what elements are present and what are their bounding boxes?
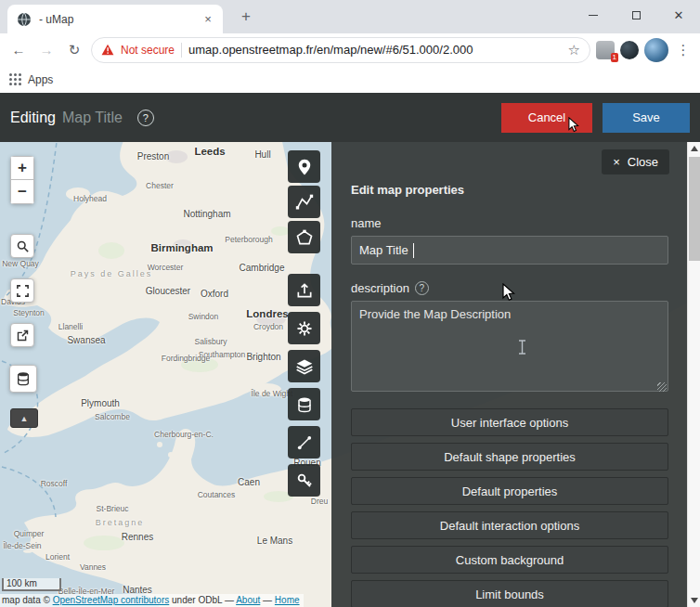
warning-triangle-icon[interactable] xyxy=(101,44,114,56)
description-help-icon[interactable]: ? xyxy=(415,281,429,295)
draw-marker-button[interactable] xyxy=(288,150,320,183)
panel-close-button[interactable]: × Close xyxy=(602,149,669,174)
accordion-default-shape-properties[interactable]: Default shape properties xyxy=(351,443,668,471)
osm-contributors-link[interactable]: OpenStreetMap contributors xyxy=(53,595,170,605)
back-button[interactable]: ← xyxy=(7,39,30,61)
browser-toolbar: ← → ↻ Not secure umap.openstreetmap.fr/e… xyxy=(0,33,700,66)
apps-grid-icon[interactable] xyxy=(9,73,21,85)
save-button[interactable]: Save xyxy=(603,103,690,133)
maximize-icon xyxy=(632,11,641,19)
edit-panel: AmsterdamBruxellesParis × Close Edit map… xyxy=(331,142,687,607)
accordion-user-interface-options[interactable]: User interface options xyxy=(351,408,668,436)
extension-icon[interactable]: 1 xyxy=(596,41,615,59)
draw-polyline-button[interactable] xyxy=(288,186,320,218)
editing-map-title[interactable]: Map Title xyxy=(62,110,123,126)
measure-button[interactable] xyxy=(288,426,320,458)
browser-tab-strip: - uMap × + ✕ xyxy=(0,0,700,33)
description-label: description ? xyxy=(351,281,668,295)
scrollbar-thumb[interactable] xyxy=(689,157,700,261)
map-attribution: map data © OpenStreetMap contributors un… xyxy=(0,594,304,607)
new-tab-button[interactable]: + xyxy=(234,5,258,29)
reload-button[interactable]: ↻ xyxy=(63,39,85,61)
panel-accordion-list: User interface optionsDefault shape prop… xyxy=(351,408,668,607)
share-icon xyxy=(16,329,30,342)
draw-polygon-button[interactable] xyxy=(288,221,320,253)
tab-title: - uMap xyxy=(39,13,193,26)
omnibox-divider xyxy=(181,43,182,58)
storage-button[interactable] xyxy=(288,388,320,420)
import-data-button[interactable] xyxy=(288,274,320,306)
minimize-icon xyxy=(589,15,598,16)
accordion-custom-background[interactable]: Custom background xyxy=(351,546,668,574)
key-icon xyxy=(296,472,313,489)
map-label: Nottingham xyxy=(183,209,230,219)
forward-button[interactable]: → xyxy=(35,39,58,61)
help-icon[interactable]: ? xyxy=(137,110,154,126)
close-x-icon: × xyxy=(613,155,620,169)
map-label: Croydon xyxy=(253,322,283,331)
scroll-up-button[interactable] xyxy=(688,142,700,155)
extension-globe-icon[interactable] xyxy=(620,41,639,59)
map-label: Leeds xyxy=(194,146,225,157)
map-settings-button[interactable] xyxy=(288,312,320,344)
zoom-in-button[interactable]: + xyxy=(10,156,34,180)
map-label: Gloucester xyxy=(146,286,190,296)
permissions-button[interactable] xyxy=(288,464,320,497)
page-scrollbar[interactable] xyxy=(687,142,700,607)
accordion-limit-bounds[interactable]: Limit bounds xyxy=(351,580,668,607)
umap-header: Editing Map Title ? Cancel Save xyxy=(0,93,700,142)
map-label: Preston xyxy=(137,151,169,161)
extent-button[interactable] xyxy=(10,278,34,303)
map-label: Holyhead xyxy=(73,194,107,203)
manage-layers-button[interactable] xyxy=(288,350,320,382)
zoom-out-button[interactable]: − xyxy=(10,180,34,204)
browser-tab[interactable]: - uMap × xyxy=(7,5,223,33)
collapse-controls-button[interactable]: ▲ xyxy=(10,408,38,428)
bookmark-star-icon[interactable]: ☆ xyxy=(568,42,580,58)
map-label: Chester xyxy=(146,181,174,190)
omnibox[interactable]: Not secure umap.openstreetmap.fr/en/map/… xyxy=(91,37,590,63)
map-label: Plymouth xyxy=(81,398,120,408)
map-label: Hull xyxy=(254,149,270,160)
map-label: Cherbourg-en-C. xyxy=(154,430,214,439)
home-link[interactable]: Home xyxy=(275,595,300,605)
window-minimize-button[interactable] xyxy=(572,0,615,30)
extension-badge: 1 xyxy=(611,53,618,62)
share-button[interactable] xyxy=(10,323,34,347)
profile-avatar[interactable] xyxy=(644,38,668,62)
layers-icon xyxy=(295,357,314,376)
measure-icon xyxy=(296,434,313,451)
search-button[interactable] xyxy=(10,234,34,258)
map-label: Salcombe xyxy=(95,412,130,421)
map-label: Vannes xyxy=(80,562,106,572)
map-label: Steynton xyxy=(13,308,45,317)
expand-corners-icon xyxy=(16,284,30,298)
map-description-textarea[interactable]: Provide the Map Description xyxy=(351,301,668,392)
tab-close-icon[interactable]: × xyxy=(201,12,215,26)
data-browser-button[interactable] xyxy=(9,365,37,393)
map-label: Lorient xyxy=(45,552,70,562)
map-label: Oxford xyxy=(201,289,228,299)
database-icon xyxy=(16,371,31,386)
map-label: Londres xyxy=(246,308,288,319)
not-secure-label[interactable]: Not secure xyxy=(121,44,175,57)
url-text[interactable]: umap.openstreetmap.fr/en/map/new/#6/51.0… xyxy=(188,43,562,57)
accordion-default-interaction-options[interactable]: Default interaction options xyxy=(351,511,668,539)
map-label: New Quay xyxy=(2,259,39,268)
accordion-default-properties[interactable]: Default properties xyxy=(351,477,668,505)
map-label: Coutances xyxy=(198,490,236,499)
map-label: Birmingham xyxy=(150,242,213,253)
polygon-icon xyxy=(295,228,314,247)
cancel-button[interactable]: Cancel xyxy=(501,103,592,133)
textarea-resize-handle[interactable] xyxy=(657,382,667,392)
window-maximize-button[interactable] xyxy=(615,0,657,30)
map-label: Dreu xyxy=(311,497,328,506)
scroll-up-icon xyxy=(691,146,698,151)
browser-menu-icon[interactable]: ⋮ xyxy=(674,42,693,58)
database-cylinder-icon xyxy=(296,396,313,413)
apps-label[interactable]: Apps xyxy=(28,73,53,86)
window-close-button[interactable]: ✕ xyxy=(657,0,700,30)
scroll-down-button[interactable] xyxy=(688,594,700,607)
about-link[interactable]: About xyxy=(236,595,260,605)
map-name-input[interactable] xyxy=(351,236,668,265)
